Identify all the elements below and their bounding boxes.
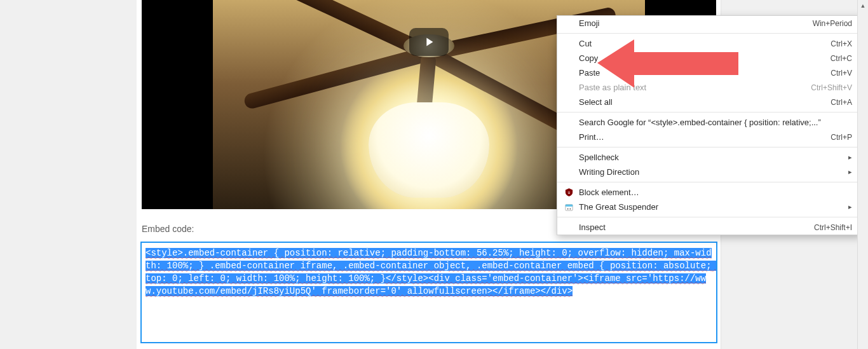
context-menu-item-select-all[interactable]: Select allCtrl+A: [557, 95, 861, 109]
context-menu-item-label: Paste as plain text: [579, 83, 646, 92]
context-menu-item-paste-as-plain-text: Paste as plain textCtrl+Shift+V: [557, 80, 861, 95]
context-menu-item-inspect[interactable]: InspectCtrl+Shift+I: [557, 220, 861, 235]
context-menu-item-block-element[interactable]: uBlock element…: [557, 185, 861, 200]
context-menu-item-label: Spellcheck: [579, 153, 619, 162]
context-menu-item-accelerator: Ctrl+P: [831, 133, 852, 142]
context-menu-item-accelerator: Ctrl+A: [831, 98, 852, 107]
context-menu-item-accelerator: Ctrl+V: [831, 69, 852, 78]
context-menu-item-print[interactable]: Print…Ctrl+P: [557, 130, 861, 144]
context-menu-item-emoji[interactable]: EmojiWin+Period: [557, 16, 861, 31]
context-menu-item-label: Paste: [579, 68, 600, 78]
context-menu-item-search-google-for-style-embed-container-[interactable]: Search Google for “<style>.embed-contain…: [557, 115, 861, 130]
context-menu-item-label: The Great Suspender: [579, 202, 658, 212]
context-menu-item-cut[interactable]: CutCtrl+X: [557, 36, 861, 51]
context-menu-separator: [557, 112, 861, 113]
decorative: [243, 46, 431, 111]
context-menu-separator: [557, 147, 861, 147]
context-menu-item-label: Emoji: [579, 18, 600, 28]
context-menu-item-label: Cut: [579, 39, 592, 48]
context-menu-item-accelerator: Ctrl+X: [831, 39, 852, 48]
context-menu-separator: [557, 217, 861, 217]
play-button[interactable]: [409, 28, 449, 56]
svg-rect-2: [565, 205, 572, 207]
context-menu-item-spellcheck[interactable]: Spellcheck: [557, 150, 861, 165]
context-menu-item-paste[interactable]: PasteCtrl+V: [557, 65, 861, 80]
embed-code-selection: <style>.embed-container { position: rela…: [146, 248, 717, 296]
vertical-scrollbar[interactable]: ▲: [857, 0, 868, 349]
context-menu-separator: [557, 182, 861, 182]
svg-point-4: [569, 209, 571, 210]
svg-point-3: [567, 209, 568, 210]
context-menu-item-label: Block element…: [579, 188, 639, 197]
svg-text:u: u: [567, 190, 570, 195]
embed-code-label: Embed code:: [142, 224, 194, 234]
context-menu-item-label: Select all: [579, 97, 613, 107]
context-menu-item-copy[interactable]: CopyCtrl+C: [557, 51, 861, 65]
scrollbar-up-icon[interactable]: ▲: [858, 0, 868, 11]
suspender-icon: [564, 202, 574, 212]
context-menu-item-label: Inspect: [579, 222, 606, 232]
context-menu-item-label: Search Google for “<style>.embed-contain…: [579, 118, 821, 127]
context-menu: EmojiWin+PeriodCutCtrl+XCopyCtrl+CPasteC…: [557, 15, 862, 235]
context-menu-item-label: Writing Direction: [579, 167, 639, 177]
context-menu-separator: [557, 33, 861, 34]
embed-code-textarea[interactable]: <style>.embed-container { position: rela…: [140, 242, 717, 343]
context-menu-item-accelerator: Ctrl+C: [831, 54, 852, 63]
context-menu-item-accelerator: Ctrl+Shift+I: [814, 223, 852, 232]
context-menu-item-the-great-suspender[interactable]: The Great Suspender: [557, 200, 861, 214]
page-root: Embed code: <style>.embed-container { po…: [0, 0, 868, 349]
play-icon: [422, 35, 436, 49]
context-menu-item-label: Print…: [579, 132, 604, 142]
ublock-icon: u: [564, 188, 574, 198]
context-menu-item-label: Copy: [579, 53, 598, 63]
context-menu-item-accelerator: Win+Period: [813, 19, 852, 28]
decorative: [369, 102, 489, 198]
context-menu-item-accelerator: Ctrl+Shift+V: [811, 83, 852, 92]
context-menu-item-writing-direction[interactable]: Writing Direction: [557, 165, 861, 179]
